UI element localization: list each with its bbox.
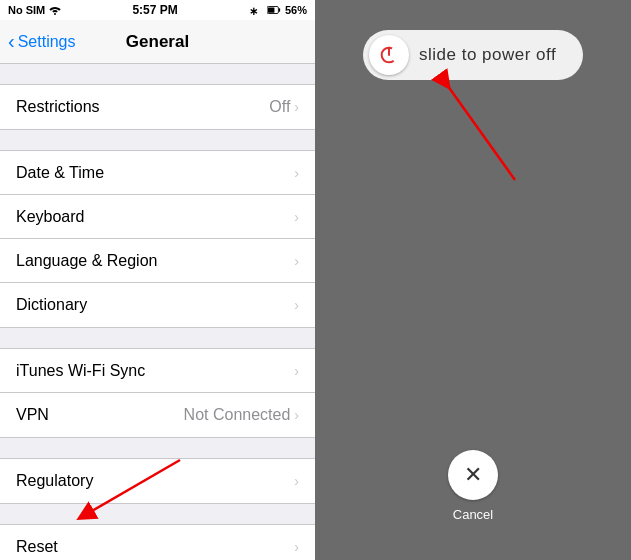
keyboard-row[interactable]: Keyboard › [0, 195, 315, 239]
power-slider-text: slide to power off [419, 45, 556, 65]
reset-row[interactable]: Reset › [0, 525, 315, 560]
vpn-label: VPN [16, 406, 49, 424]
battery-label: 56% [285, 4, 307, 16]
itunes-label: iTunes Wi-Fi Sync [16, 362, 145, 380]
restrictions-label: Restrictions [16, 98, 100, 116]
back-label: Settings [18, 33, 76, 51]
language-row[interactable]: Language & Region › [0, 239, 315, 283]
language-chevron-icon: › [294, 253, 299, 269]
cancel-label: Cancel [453, 507, 493, 522]
svg-rect-3 [268, 7, 275, 12]
itunes-row[interactable]: iTunes Wi-Fi Sync › [0, 349, 315, 393]
wifi-icon [49, 4, 61, 16]
restrictions-right: Off › [269, 98, 299, 116]
nav-bar: ‹ Settings General [0, 20, 315, 64]
restrictions-chevron-icon: › [294, 99, 299, 115]
carrier-label: No SIM [8, 4, 45, 16]
itunes-chevron-icon: › [294, 363, 299, 379]
time-label: 5:57 PM [132, 3, 177, 17]
svg-line-7 [445, 82, 515, 180]
regulatory-row[interactable]: Regulatory › [0, 459, 315, 503]
reset-label: Reset [16, 538, 58, 556]
datetime-chevron-icon: › [294, 165, 299, 181]
battery-icon [267, 4, 281, 16]
vpn-row[interactable]: VPN Not Connected › [0, 393, 315, 437]
vpn-value: Not Connected [184, 406, 291, 424]
datetime-row[interactable]: Date & Time › [0, 151, 315, 195]
section-group-itunes: iTunes Wi-Fi Sync › VPN Not Connected › [0, 348, 315, 438]
settings-list: Restrictions Off › Date & Time › Ke [0, 64, 315, 560]
section-group-regulatory: Regulatory › [0, 458, 315, 504]
datetime-label: Date & Time [16, 164, 104, 182]
back-button[interactable]: ‹ Settings [8, 32, 75, 51]
dictionary-chevron-icon: › [294, 297, 299, 313]
svg-rect-2 [279, 8, 280, 12]
page-title: General [126, 32, 189, 52]
language-label: Language & Region [16, 252, 157, 270]
power-off-screen: slide to power off ✕ Cancel [315, 0, 631, 560]
dictionary-row[interactable]: Dictionary › [0, 283, 315, 327]
cancel-x-icon: ✕ [464, 464, 482, 486]
power-icon [378, 44, 400, 66]
regulatory-label: Regulatory [16, 472, 93, 490]
svg-text:∗: ∗ [249, 5, 258, 16]
keyboard-chevron-icon: › [294, 209, 299, 225]
reset-chevron-icon: › [294, 539, 299, 555]
section-group-reset: Reset › [0, 524, 315, 560]
bluetooth-icon: ∗ [249, 4, 263, 16]
keyboard-label: Keyboard [16, 208, 85, 226]
restrictions-value: Off [269, 98, 290, 116]
power-btn-circle [369, 35, 409, 75]
status-bar: No SIM 5:57 PM ∗ 56% [0, 0, 315, 20]
power-slider[interactable]: slide to power off [363, 30, 583, 80]
dictionary-label: Dictionary [16, 296, 87, 314]
section-group-restrictions: Restrictions Off › [0, 84, 315, 130]
vpn-chevron-icon: › [294, 407, 299, 423]
cancel-button[interactable]: ✕ [448, 450, 498, 500]
back-chevron-icon: ‹ [8, 31, 15, 51]
regulatory-chevron-icon: › [294, 473, 299, 489]
section-group-datetime: Date & Time › Keyboard › Language & Regi… [0, 150, 315, 328]
restrictions-row[interactable]: Restrictions Off › [0, 85, 315, 129]
